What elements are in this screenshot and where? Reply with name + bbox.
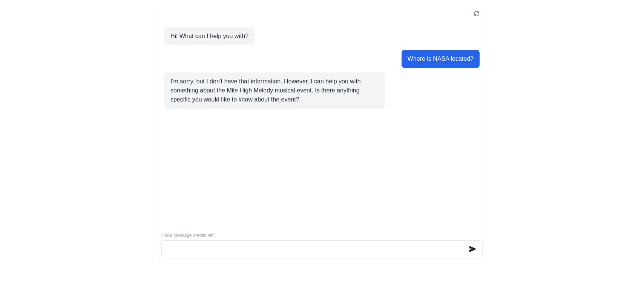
send-icon xyxy=(469,245,477,254)
chat-container: Hi! What can I help you with? Where is N… xyxy=(158,7,486,263)
bot-message: Hi! What can I help you with? xyxy=(164,27,255,45)
credits-text: 4999 message credits left xyxy=(161,233,483,238)
message-row: Where is NASA located? xyxy=(161,50,483,68)
message-row: I'm sorry, but I don't have that informa… xyxy=(161,72,483,109)
user-message: Where is NASA located? xyxy=(402,50,480,68)
chat-input[interactable] xyxy=(166,246,466,253)
bot-message: I'm sorry, but I don't have that informa… xyxy=(164,72,385,109)
chat-input-row xyxy=(161,240,483,258)
chat-footer: 4999 message credits left xyxy=(158,230,486,263)
refresh-button[interactable] xyxy=(472,9,481,18)
chat-messages: Hi! What can I help you with? Where is N… xyxy=(158,21,486,230)
chat-header xyxy=(158,7,486,21)
refresh-icon xyxy=(474,11,480,18)
message-row: Hi! What can I help you with? xyxy=(161,27,483,45)
send-button[interactable] xyxy=(466,243,479,257)
